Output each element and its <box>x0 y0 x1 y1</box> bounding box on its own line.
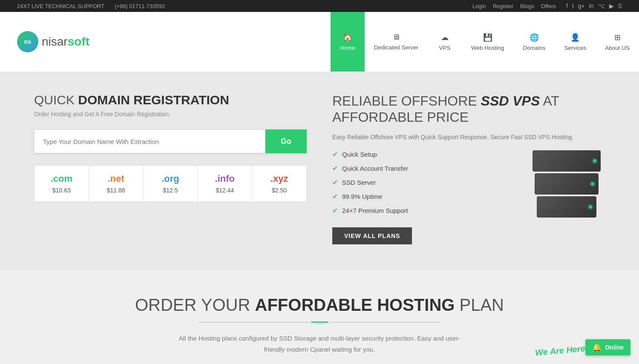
vps-feature-uptime: ✔ 99.9% Uptime <box>332 192 520 201</box>
here-widget: We Are Here! <box>535 346 588 355</box>
domain-price-xyz-value: $2.50 <box>256 187 302 194</box>
home-icon: 🏠 <box>343 33 352 42</box>
phone-text: (+88) 01711-733592 <box>115 3 165 9</box>
chat-widget[interactable]: 🔔 Online <box>585 339 630 355</box>
feature-label-3: SSD Server <box>342 179 376 186</box>
logo-brand-highlight: soft <box>68 35 89 48</box>
domain-title-bold: DOMAIN REGISTRATION <box>78 93 229 107</box>
domain-price-info-value: $12.44 <box>202 187 248 194</box>
nav-home[interactable]: 🏠 Home <box>331 12 365 72</box>
register-link[interactable]: Register <box>493 3 513 9</box>
about-icon: ⊞ <box>614 33 621 42</box>
server-light-2 <box>591 182 594 186</box>
server-icon: 🖥 <box>392 33 400 42</box>
main-nav: 🏠 Home 🖥 Dedicated Server ☁ VPS 💾 Web Ho… <box>331 12 639 72</box>
blogs-link[interactable]: Blogs <box>520 3 534 9</box>
nav-services[interactable]: 👤 Services <box>555 12 596 72</box>
vps-section: RELIABLE OFFSHORE SSD VPS AT AFFORDABLE … <box>332 93 605 244</box>
vps-feature-setup: ✔ Quick Setup <box>332 150 520 158</box>
youtube-icon[interactable]: ▶ <box>609 3 614 9</box>
vps-content: ✔ Quick Setup ✔ Quick Account Transfer ✔… <box>332 150 605 244</box>
domain-ext-com: .com <box>39 173 84 184</box>
server-illustration <box>532 150 601 235</box>
nav-about-us[interactable]: ⊞ About US <box>596 12 639 72</box>
topbar: 24X7 LIVE TECHNICAL SUPPORT (+88) 01711-… <box>0 0 639 12</box>
linkedin-icon[interactable]: in <box>589 3 594 9</box>
domain-price-net: .net $11.88 <box>89 165 143 202</box>
server-light-1 <box>593 159 596 163</box>
check-icon-3: ✔ <box>332 178 338 186</box>
vps-feature-support: ✔ 24×7 Premium Support <box>332 206 520 215</box>
domain-title: QUICK DOMAIN REGISTRATION <box>34 93 307 107</box>
github-icon[interactable]: ⌥ <box>598 3 605 9</box>
domain-search-bar: Go <box>34 129 307 153</box>
divider-right <box>330 322 440 323</box>
logo[interactable]: ns nisarsoft <box>17 29 102 54</box>
order-title-end: PLAN <box>455 295 504 314</box>
check-icon-2: ✔ <box>332 164 338 172</box>
nav-domains[interactable]: 🌐 Domains <box>513 12 555 72</box>
vps-features: ✔ Quick Setup ✔ Quick Account Transfer ✔… <box>332 150 520 244</box>
order-title: ORDER YOUR AFFORDABLE HOSTING PLAN <box>17 295 622 315</box>
feature-label-5: 24×7 Premium Support <box>342 207 408 214</box>
domain-price-org: .org $12.5 <box>143 165 198 202</box>
nav-vps[interactable]: ☁ VPS <box>428 12 462 72</box>
nav-about-label: About US <box>605 45 630 51</box>
view-plans-button[interactable]: VIEW ALL PLANS <box>332 227 412 244</box>
vps-icon: ☁ <box>441 33 449 42</box>
domain-price-xyz: .xyz $2.50 <box>252 165 307 202</box>
vps-subtitle: Easy Reliable Offshore VPS with Quick Su… <box>332 132 605 142</box>
skype-icon[interactable]: S <box>618 3 622 9</box>
nav-dedicated-server[interactable]: 🖥 Dedicated Server <box>365 12 428 72</box>
login-link[interactable]: Login <box>472 3 486 9</box>
nav-web-hosting[interactable]: 💾 Web Hosting <box>462 12 513 72</box>
divider-accent <box>311 321 328 323</box>
domain-price-net-value: $11.88 <box>93 187 139 194</box>
header: ns nisarsoft 🏠 Home 🖥 Dedicated Server ☁… <box>0 12 639 72</box>
order-subtitle: All the Hosting plans configured by SSD … <box>170 333 469 355</box>
googleplus-icon[interactable]: g+ <box>578 3 585 9</box>
twitter-icon[interactable]: t <box>572 3 574 9</box>
domain-prices: .com $10.63 .net $11.88 .org $12.5 .info… <box>34 165 307 202</box>
topbar-left: 24X7 LIVE TECHNICAL SUPPORT (+88) 01711-… <box>17 3 165 9</box>
domains-icon: 🌐 <box>530 33 539 42</box>
domain-ext-org: .org <box>148 173 193 184</box>
domain-ext-xyz: .xyz <box>256 173 302 184</box>
vps-title: RELIABLE OFFSHORE SSD VPS AT AFFORDABLE … <box>332 93 605 126</box>
nav-domains-label: Domains <box>523 45 545 51</box>
logo-text: nisarsoft <box>42 35 89 49</box>
check-icon-5: ✔ <box>332 206 338 215</box>
nav-hosting-label: Web Hosting <box>471 45 504 51</box>
feature-label-4: 99.9% Uptime <box>342 193 382 200</box>
domain-subtitle: Order Hosting and Get A Free Domain Regi… <box>34 111 307 118</box>
domain-ext-info: .info <box>202 173 248 184</box>
server-unit-3 <box>537 196 596 218</box>
nav-home-label: Home <box>340 45 355 51</box>
domain-title-light: QUICK <box>34 93 78 107</box>
order-title-bold: AFFORDABLE HOSTING <box>255 295 455 314</box>
logo-area: ns nisarsoft <box>0 12 119 72</box>
feature-label-1: Quick Setup <box>342 151 377 158</box>
domain-price-com-value: $10.63 <box>39 187 84 194</box>
support-text: 24X7 LIVE TECHNICAL SUPPORT <box>17 3 104 9</box>
vps-feature-transfer: ✔ Quick Account Transfer <box>332 164 520 172</box>
offers-link[interactable]: Offers <box>541 3 556 9</box>
logo-ns: ns <box>24 38 31 45</box>
domain-input[interactable] <box>34 129 265 153</box>
order-divider <box>17 321 622 323</box>
facebook-icon[interactable]: f <box>566 3 568 9</box>
social-icons: f t g+ in ⌥ ▶ S <box>566 3 622 9</box>
domain-section: QUICK DOMAIN REGISTRATION Order Hosting … <box>34 93 307 244</box>
chat-label: Online <box>605 344 624 351</box>
order-title-light: ORDER YOUR <box>135 295 255 314</box>
check-icon-4: ✔ <box>332 192 338 201</box>
nav-dedicated-label: Dedicated Server <box>374 44 418 51</box>
domain-go-button[interactable]: Go <box>265 129 307 153</box>
feature-label-2: Quick Account Transfer <box>342 165 408 172</box>
domain-ext-net: .net <box>93 173 139 184</box>
services-icon: 👤 <box>570 33 580 42</box>
logo-circle: ns <box>17 31 38 52</box>
domain-price-info: .info $12.44 <box>197 165 252 202</box>
server-unit-1 <box>532 150 601 172</box>
server-light-3 <box>589 205 592 209</box>
